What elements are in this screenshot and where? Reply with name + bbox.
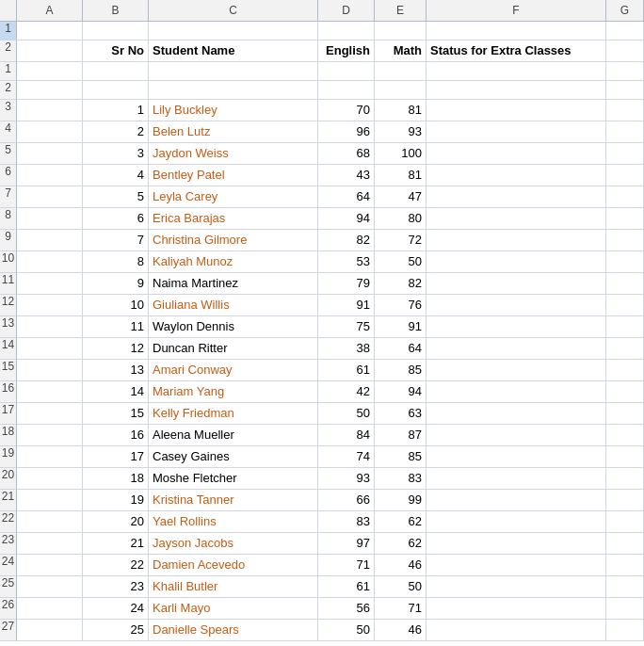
cell-d21[interactable]: 66: [318, 490, 375, 511]
col-f[interactable]: F: [427, 0, 606, 22]
cell-e15[interactable]: 85: [375, 360, 427, 381]
cell-d25[interactable]: 61: [318, 576, 375, 598]
cell-c1[interactable]: [149, 62, 318, 81]
cell-f6[interactable]: [427, 165, 606, 186]
cell-f13[interactable]: [427, 316, 606, 338]
cell-e1[interactable]: [375, 62, 427, 81]
cell-d18[interactable]: 84: [318, 425, 375, 446]
col-e[interactable]: E: [375, 0, 427, 22]
cell-g3[interactable]: [606, 100, 644, 121]
cell-g10[interactable]: [606, 251, 644, 273]
cell-e19[interactable]: 85: [375, 446, 427, 468]
cell-d23[interactable]: 97: [318, 533, 375, 555]
row-header-6[interactable]: 6: [0, 165, 17, 186]
cell-d24[interactable]: 71: [318, 555, 375, 576]
cell-g17[interactable]: [606, 403, 644, 425]
cell-f1[interactable]: [427, 22, 606, 40]
cell-e22[interactable]: 62: [375, 511, 427, 533]
cell-e6[interactable]: 81: [375, 165, 427, 186]
cell-f10[interactable]: [427, 251, 606, 273]
cell-c2[interactable]: Student Name: [149, 40, 318, 62]
cell-e23[interactable]: 62: [375, 533, 427, 555]
cell-a25[interactable]: [17, 576, 83, 598]
cell-f24[interactable]: [427, 555, 606, 576]
cell-a22[interactable]: [17, 511, 83, 533]
row-header-19[interactable]: 19: [0, 446, 17, 468]
cell-c16[interactable]: Mariam Yang: [149, 381, 318, 403]
cell-e8[interactable]: 80: [375, 208, 427, 230]
cell-f2[interactable]: [427, 81, 606, 100]
row-header-2[interactable]: 2: [0, 81, 17, 100]
cell-e2[interactable]: Math: [375, 40, 427, 62]
cell-a4[interactable]: [17, 121, 83, 143]
cell-a5[interactable]: [17, 143, 83, 165]
cell-b4[interactable]: 2: [83, 121, 149, 143]
cell-g16[interactable]: [606, 381, 644, 403]
cell-b11[interactable]: 9: [83, 273, 149, 295]
cell-c24[interactable]: Damien Acevedo: [149, 555, 318, 576]
cell-f19[interactable]: [427, 446, 606, 468]
row-header-27[interactable]: 27: [0, 620, 17, 641]
cell-f3[interactable]: [427, 100, 606, 121]
cell-d26[interactable]: 56: [318, 598, 375, 620]
cell-d16[interactable]: 42: [318, 381, 375, 403]
cell-c19[interactable]: Casey Gaines: [149, 446, 318, 468]
cell-e14[interactable]: 64: [375, 338, 427, 360]
cell-b12[interactable]: 10: [83, 295, 149, 316]
cell-d3[interactable]: 70: [318, 100, 375, 121]
cell-b6[interactable]: 4: [83, 165, 149, 186]
cell-c11[interactable]: Naima Martinez: [149, 273, 318, 295]
cell-e1[interactable]: [375, 22, 427, 40]
cell-d27[interactable]: 50: [318, 620, 375, 641]
col-c[interactable]: C: [149, 0, 318, 22]
cell-a11[interactable]: [17, 273, 83, 295]
cell-d15[interactable]: 61: [318, 360, 375, 381]
cell-b24[interactable]: 22: [83, 555, 149, 576]
row-header-22[interactable]: 22: [0, 511, 17, 533]
cell-f12[interactable]: [427, 295, 606, 316]
row-header-20[interactable]: 20: [0, 468, 17, 490]
cell-d5[interactable]: 68: [318, 143, 375, 165]
cell-f25[interactable]: [427, 576, 606, 598]
cell-b5[interactable]: 3: [83, 143, 149, 165]
cell-c21[interactable]: Kristina Tanner: [149, 490, 318, 511]
cell-e3[interactable]: 81: [375, 100, 427, 121]
cell-a16[interactable]: [17, 381, 83, 403]
cell-g11[interactable]: [606, 273, 644, 295]
cell-d8[interactable]: 94: [318, 208, 375, 230]
cell-f26[interactable]: [427, 598, 606, 620]
cell-d17[interactable]: 50: [318, 403, 375, 425]
cell-b3[interactable]: 1: [83, 100, 149, 121]
cell-a20[interactable]: [17, 468, 83, 490]
cell-e12[interactable]: 76: [375, 295, 427, 316]
row-header-16[interactable]: 16: [0, 381, 17, 403]
cell-d22[interactable]: 83: [318, 511, 375, 533]
cell-d1[interactable]: [318, 62, 375, 81]
cell-c25[interactable]: Khalil Butler: [149, 576, 318, 598]
cell-c18[interactable]: Aleena Mueller: [149, 425, 318, 446]
row-header-1[interactable]: 1: [0, 22, 17, 40]
cell-e16[interactable]: 94: [375, 381, 427, 403]
cell-c2[interactable]: [149, 81, 318, 100]
cell-a2[interactable]: [17, 81, 83, 100]
cell-c17[interactable]: Kelly Friedman: [149, 403, 318, 425]
cell-f7[interactable]: [427, 186, 606, 208]
cell-b16[interactable]: 14: [83, 381, 149, 403]
cell-f11[interactable]: [427, 273, 606, 295]
row-header-23[interactable]: 23: [0, 533, 17, 555]
cell-f5[interactable]: [427, 143, 606, 165]
cell-b7[interactable]: 5: [83, 186, 149, 208]
cell-c1[interactable]: [149, 22, 318, 40]
cell-e5[interactable]: 100: [375, 143, 427, 165]
cell-a13[interactable]: [17, 316, 83, 338]
cell-b26[interactable]: 24: [83, 598, 149, 620]
cell-e11[interactable]: 82: [375, 273, 427, 295]
cell-d6[interactable]: 43: [318, 165, 375, 186]
row-header-12[interactable]: 12: [0, 295, 17, 316]
cell-a3[interactable]: [17, 100, 83, 121]
cell-c9[interactable]: Christina Gilmore: [149, 230, 318, 251]
cell-e20[interactable]: 83: [375, 468, 427, 490]
cell-a12[interactable]: [17, 295, 83, 316]
cell-g8[interactable]: [606, 208, 644, 230]
cell-e4[interactable]: 93: [375, 121, 427, 143]
